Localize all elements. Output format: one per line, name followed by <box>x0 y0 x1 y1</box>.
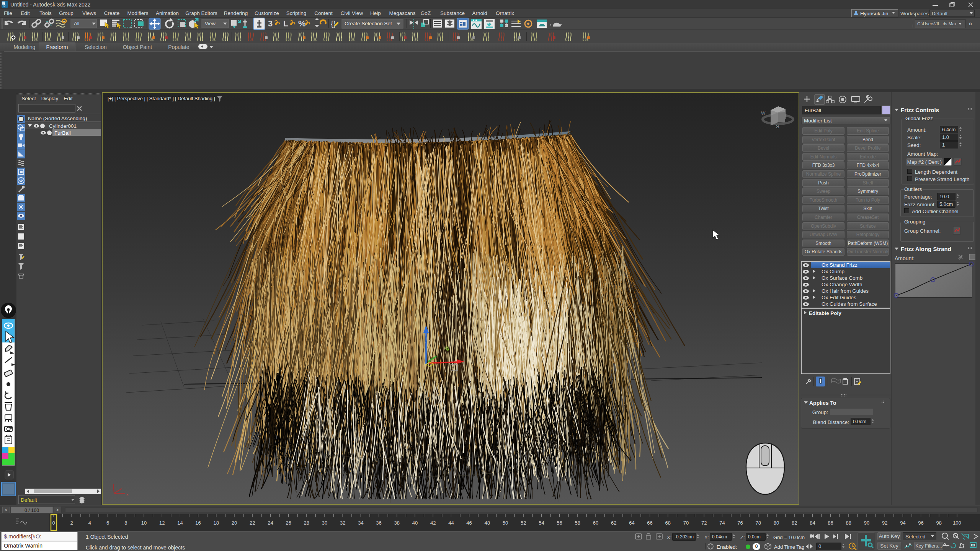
svg-text:42: 42 <box>430 520 436 526</box>
svg-text:2: 2 <box>70 520 73 526</box>
svg-text:L: L <box>283 19 288 28</box>
svg-text:4: 4 <box>88 520 91 526</box>
svg-text:%: % <box>298 19 306 28</box>
svg-text:88: 88 <box>846 520 851 526</box>
svg-text:20: 20 <box>232 520 237 526</box>
svg-text:34: 34 <box>358 520 363 526</box>
svg-text:28: 28 <box>304 520 309 526</box>
svg-text:78: 78 <box>756 520 761 526</box>
svg-text:64: 64 <box>629 520 634 526</box>
svg-text:72: 72 <box>701 520 707 526</box>
svg-text:90: 90 <box>864 520 869 526</box>
svg-text:52: 52 <box>521 520 526 526</box>
svg-text:58: 58 <box>575 520 580 526</box>
svg-text:98: 98 <box>936 520 942 526</box>
svg-text:Create Selection Set: Create Selection Set <box>345 21 392 26</box>
svg-text:12: 12 <box>159 520 165 526</box>
svg-text:82: 82 <box>792 520 797 526</box>
svg-text:36: 36 <box>376 520 381 526</box>
svg-text:92: 92 <box>882 520 887 526</box>
svg-text:8: 8 <box>124 520 127 526</box>
svg-text:W: W <box>761 111 766 116</box>
svg-text:80: 80 <box>774 520 779 526</box>
svg-text:40: 40 <box>412 520 418 526</box>
svg-text:0: 0 <box>52 520 55 526</box>
svg-text:All: All <box>74 21 80 26</box>
svg-text:26: 26 <box>286 520 291 526</box>
svg-text:94: 94 <box>900 520 905 526</box>
svg-text:74: 74 <box>719 520 725 526</box>
svg-text:86: 86 <box>828 520 833 526</box>
svg-text:32: 32 <box>340 520 345 526</box>
svg-text:96: 96 <box>918 520 923 526</box>
svg-text:18: 18 <box>214 520 219 526</box>
svg-text:16: 16 <box>195 520 201 526</box>
svg-text:10: 10 <box>141 520 147 526</box>
svg-text:24: 24 <box>268 520 273 526</box>
svg-text:50: 50 <box>503 520 508 526</box>
svg-text:66: 66 <box>647 520 652 526</box>
svg-text:100: 100 <box>953 520 961 526</box>
svg-text:46: 46 <box>466 520 472 526</box>
svg-text:54: 54 <box>539 520 544 526</box>
svg-text:30: 30 <box>322 520 327 526</box>
svg-text:48: 48 <box>485 520 490 526</box>
svg-text:View: View <box>205 21 216 26</box>
svg-text:3: 3 <box>268 19 273 28</box>
svg-text:56: 56 <box>557 520 562 526</box>
svg-text:84: 84 <box>810 520 815 526</box>
svg-text:76: 76 <box>737 520 743 526</box>
svg-text:70: 70 <box>683 520 689 526</box>
svg-text:6: 6 <box>106 520 109 526</box>
svg-text:S: S <box>776 124 779 129</box>
svg-text:60: 60 <box>593 520 598 526</box>
svg-text:62: 62 <box>611 520 616 526</box>
svg-text:{}: {} <box>331 20 336 28</box>
svg-text:22: 22 <box>250 520 255 526</box>
svg-text:x: x <box>126 492 129 497</box>
svg-text:14: 14 <box>177 520 183 526</box>
svg-text:44: 44 <box>448 520 454 526</box>
svg-text:38: 38 <box>394 520 400 526</box>
svg-text:3: 3 <box>3 3 5 7</box>
svg-text:68: 68 <box>665 520 671 526</box>
